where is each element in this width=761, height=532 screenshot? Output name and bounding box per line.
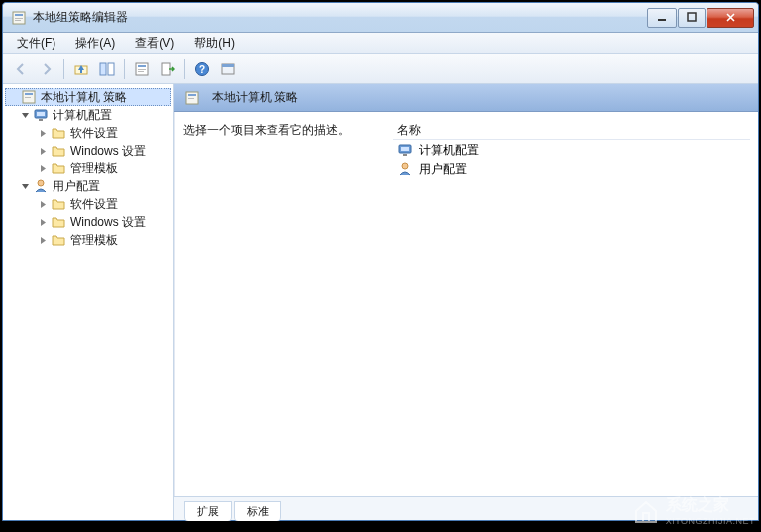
user-icon bbox=[33, 178, 49, 194]
svg-rect-10 bbox=[138, 65, 146, 67]
expand-toggle[interactable] bbox=[37, 145, 49, 157]
user-icon bbox=[397, 161, 413, 177]
computer-icon bbox=[397, 142, 413, 158]
toolbar-separator bbox=[124, 59, 125, 79]
svg-rect-26 bbox=[188, 94, 196, 96]
svg-rect-17 bbox=[222, 64, 234, 67]
svg-rect-22 bbox=[37, 112, 45, 116]
details-title: 本地计算机 策略 bbox=[212, 89, 298, 106]
svg-rect-30 bbox=[403, 154, 407, 156]
expand-toggle[interactable] bbox=[37, 198, 49, 210]
svg-rect-1 bbox=[15, 14, 23, 16]
tree-label: 计算机配置 bbox=[53, 107, 112, 124]
tree-label: 管理模板 bbox=[70, 160, 118, 177]
svg-rect-20 bbox=[25, 97, 31, 98]
folder-icon bbox=[51, 232, 66, 248]
policy-icon bbox=[21, 89, 37, 105]
svg-point-24 bbox=[38, 180, 44, 186]
svg-rect-23 bbox=[39, 119, 43, 121]
description-text: 选择一个项目来查看它的描述。 bbox=[183, 120, 381, 139]
svg-rect-3 bbox=[15, 20, 21, 21]
properties-button[interactable] bbox=[130, 57, 154, 81]
svg-rect-4 bbox=[658, 19, 666, 21]
up-level-button[interactable] bbox=[69, 57, 93, 81]
app-window: 本地组策略编辑器 文件(F) 操作(A) 查看(V) 帮助(H) ? 本地计算 bbox=[2, 2, 759, 521]
tree-user-config[interactable]: 用户配置 bbox=[5, 177, 171, 195]
toolbar: ? bbox=[3, 54, 758, 84]
tree-software-settings[interactable]: 软件设置 bbox=[5, 195, 171, 213]
details-header: 本地计算机 策略 bbox=[174, 84, 758, 112]
menu-action[interactable]: 操作(A) bbox=[65, 33, 125, 53]
menu-view[interactable]: 查看(V) bbox=[125, 33, 184, 53]
tree-label: 用户配置 bbox=[53, 178, 100, 195]
svg-rect-11 bbox=[138, 69, 146, 70]
svg-rect-5 bbox=[688, 13, 696, 21]
minimize-button[interactable] bbox=[647, 8, 677, 28]
expand-toggle[interactable] bbox=[37, 216, 49, 228]
folder-icon bbox=[51, 214, 66, 230]
filter-button[interactable] bbox=[216, 57, 240, 81]
details-body: 选择一个项目来查看它的描述。 名称 计算机配置 用户配置 bbox=[174, 112, 758, 496]
tree-label: 管理模板 bbox=[70, 232, 118, 249]
collapse-toggle[interactable] bbox=[19, 109, 31, 121]
menu-file[interactable]: 文件(F) bbox=[7, 33, 65, 53]
maximize-button[interactable] bbox=[678, 8, 706, 28]
tree-label: 软件设置 bbox=[70, 125, 118, 142]
list-item-computer-config[interactable]: 计算机配置 bbox=[393, 140, 750, 160]
details-panel: 本地计算机 策略 选择一个项目来查看它的描述。 名称 计算机配置 用户配置 bbox=[174, 84, 758, 520]
show-hide-tree-button[interactable] bbox=[95, 57, 119, 81]
tree-panel[interactable]: 本地计算机 策略 计算机配置 软件设置 Windows 设置 管理模板 bbox=[3, 84, 174, 520]
svg-point-31 bbox=[402, 163, 408, 169]
tree-label: Windows 设置 bbox=[70, 143, 146, 160]
svg-text:?: ? bbox=[199, 64, 205, 75]
collapse-toggle[interactable] bbox=[19, 180, 31, 192]
view-tabs: 扩展 标准 bbox=[174, 496, 758, 520]
tree-admin-templates[interactable]: 管理模板 bbox=[5, 160, 171, 177]
svg-rect-29 bbox=[401, 147, 409, 151]
folder-icon bbox=[51, 196, 66, 212]
svg-rect-7 bbox=[100, 63, 106, 75]
expand-toggle[interactable] bbox=[37, 127, 49, 139]
tree-computer-config[interactable]: 计算机配置 bbox=[5, 106, 171, 124]
client-area: 本地计算机 策略 计算机配置 软件设置 Windows 设置 管理模板 bbox=[3, 84, 758, 520]
tab-standard[interactable]: 标准 bbox=[234, 501, 281, 521]
policy-icon bbox=[184, 90, 200, 106]
computer-icon bbox=[33, 107, 49, 123]
window-title: 本地组策略编辑器 bbox=[33, 9, 647, 26]
toolbar-separator bbox=[184, 59, 185, 79]
forward-button[interactable] bbox=[35, 57, 58, 81]
app-icon bbox=[11, 10, 27, 26]
tree-windows-settings[interactable]: Windows 设置 bbox=[5, 213, 171, 231]
list-item-user-config[interactable]: 用户配置 bbox=[393, 160, 750, 179]
tree-admin-templates[interactable]: 管理模板 bbox=[5, 231, 171, 249]
list-item-label: 计算机配置 bbox=[419, 142, 479, 159]
svg-rect-12 bbox=[138, 71, 144, 72]
back-button[interactable] bbox=[9, 57, 33, 81]
help-button[interactable]: ? bbox=[190, 57, 214, 81]
folder-icon bbox=[51, 143, 66, 159]
tree-label: 软件设置 bbox=[70, 196, 118, 213]
svg-rect-19 bbox=[25, 93, 33, 95]
folder-icon bbox=[51, 125, 66, 141]
tree-label: Windows 设置 bbox=[70, 214, 146, 231]
tree-label: 本地计算机 策略 bbox=[41, 89, 127, 106]
toolbar-separator bbox=[63, 59, 64, 79]
window-controls bbox=[647, 8, 754, 28]
svg-rect-8 bbox=[108, 63, 114, 75]
description-pane: 选择一个项目来查看它的描述。 bbox=[183, 120, 381, 488]
column-header-name[interactable]: 名称 bbox=[393, 120, 750, 140]
tree-root[interactable]: 本地计算机 策略 bbox=[5, 88, 171, 106]
titlebar[interactable]: 本地组策略编辑器 bbox=[3, 3, 758, 33]
list-item-label: 用户配置 bbox=[419, 161, 467, 178]
svg-rect-27 bbox=[188, 98, 194, 99]
menu-help[interactable]: 帮助(H) bbox=[184, 33, 245, 53]
tab-extended[interactable]: 扩展 bbox=[184, 501, 232, 521]
tree-windows-settings[interactable]: Windows 设置 bbox=[5, 142, 171, 160]
list-pane: 名称 计算机配置 用户配置 bbox=[393, 120, 750, 488]
expand-toggle[interactable] bbox=[37, 234, 49, 246]
export-button[interactable] bbox=[156, 57, 179, 81]
tree-software-settings[interactable]: 软件设置 bbox=[5, 124, 171, 142]
close-button[interactable] bbox=[707, 8, 754, 28]
blank-toggle bbox=[7, 91, 19, 103]
expand-toggle[interactable] bbox=[37, 162, 49, 174]
